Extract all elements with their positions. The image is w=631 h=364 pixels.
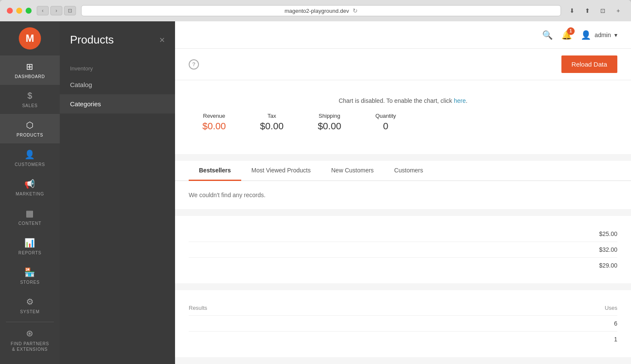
tab-most-viewed[interactable]: Most Viewed Products [241, 161, 321, 181]
logo-area: M [0, 21, 60, 55]
forward-button[interactable]: › [50, 6, 62, 15]
stat-quantity: Quantity 0 [375, 113, 396, 132]
orders-section: $25.00 $32.00 $29.00 [175, 216, 631, 283]
system-label: SYSTEM [20, 309, 40, 314]
browser-actions: ⬇ ⬆ ⊡ + [566, 6, 624, 15]
partners-label: FIND PARTNERS& EXTENSIONS [11, 341, 49, 352]
quantity-label: Quantity [375, 113, 396, 119]
inventory-section-label: Inventory [60, 58, 175, 75]
uses-cell: 6 [443, 316, 617, 332]
table-row: $25.00 [189, 226, 617, 242]
logo-symbol: M [26, 32, 34, 44]
customers-icon: 👤 [24, 149, 35, 160]
revenue-label: Revenue [202, 113, 226, 119]
tabs-section: Bestsellers Most Viewed Products New Cus… [175, 161, 631, 209]
table-row: Results Uses [189, 300, 617, 316]
search-table: Results Uses 6 1 [189, 300, 617, 347]
traffic-light-yellow[interactable] [16, 8, 22, 14]
products-panel-title: Products [70, 33, 114, 47]
tabs-header: Bestsellers Most Viewed Products New Cus… [175, 161, 631, 181]
products-icon: ⬡ [26, 120, 34, 130]
uses-header: Uses [443, 300, 617, 316]
sidebar-item-marketing[interactable]: 📢 MARKETING [0, 173, 60, 202]
new-tab-button[interactable]: + [612, 6, 624, 15]
content-label: CONTENT [18, 221, 41, 226]
chart-disabled-section: Chart is disabled. To enable the chart, … [175, 80, 631, 154]
results-cell [189, 316, 443, 332]
reload-data-button[interactable]: Reload Data [561, 55, 617, 73]
download-button[interactable]: ⬇ [566, 6, 578, 15]
browser-titlebar: ‹ › ⊡ magento2-playground.dev ↻ ⬇ ⬆ ⊡ + [0, 0, 631, 21]
search-button[interactable]: 🔍 [542, 30, 553, 40]
sidebar-item-products[interactable]: ⬡ PRODUCTS [0, 114, 60, 143]
tax-label: Tax [260, 113, 283, 119]
sidebar-item-system[interactable]: ⚙ SYSTEM [0, 291, 60, 320]
user-icon: 👤 [581, 30, 591, 40]
traffic-light-red[interactable] [7, 8, 13, 14]
marketing-icon: 📢 [24, 179, 35, 189]
magento-logo[interactable]: M [19, 27, 41, 50]
nav-divider [6, 322, 54, 322]
tab-bestsellers[interactable]: Bestsellers [189, 161, 241, 181]
user-menu[interactable]: 👤 admin ▾ [581, 30, 617, 40]
chart-enable-link[interactable]: here [454, 97, 466, 104]
shipping-label: Shipping [318, 113, 341, 119]
table-row: 6 [189, 316, 617, 332]
stats-row: Revenue $0.00 Tax $0.00 Shipping $0.00 Q… [189, 104, 617, 146]
marketing-label: MARKETING [16, 192, 44, 196]
reports-icon: 📊 [24, 238, 35, 248]
total-cell: $29.00 [189, 258, 617, 274]
sidebar-item-content[interactable]: ▦ CONTENT [0, 202, 60, 232]
uses-cell: 1 [443, 332, 617, 347]
sidebar-item-dashboard[interactable]: ⊞ DASHBOARD [0, 55, 60, 85]
nav-buttons: ‹ › ⊡ [37, 6, 76, 15]
results-header: Results [189, 300, 443, 316]
categories-menu-item[interactable]: Categories [60, 94, 175, 114]
help-icon[interactable]: ? [189, 59, 199, 70]
browser-chrome: ‹ › ⊡ magento2-playground.dev ↻ ⬇ ⬆ ⊡ + [0, 0, 631, 21]
search-section: Results Uses 6 1 [175, 290, 631, 357]
main-content: 🔍 🔔 1 👤 admin ▾ ? Reload Data [175, 21, 631, 364]
tab-customers[interactable]: Customers [384, 161, 433, 181]
chart-disabled-text: Chart is disabled. To enable the chart, … [189, 97, 617, 104]
total-cell: $25.00 [189, 226, 617, 242]
tabs-content: We couldn't find any records. [175, 181, 631, 209]
stat-revenue: Revenue $0.00 [202, 113, 226, 132]
window-button[interactable]: ⊡ [64, 6, 76, 15]
tab-new-customers[interactable]: New Customers [321, 161, 384, 181]
dashboard-icon: ⊞ [26, 61, 34, 72]
user-dropdown-icon: ▾ [614, 32, 617, 38]
reports-label: REPORTS [18, 250, 41, 255]
back-button[interactable]: ‹ [37, 6, 49, 15]
content-icon: ▦ [26, 208, 34, 218]
dashboard-label: DASHBOARD [15, 74, 45, 79]
address-text: magento2-playground.dev [284, 8, 349, 14]
dashboard-area: ? Reload Data Chart is disabled. To enab… [175, 49, 631, 364]
sidebar-item-sales[interactable]: $ SALES [0, 85, 60, 114]
revenue-value: $0.00 [202, 121, 226, 132]
notification-button[interactable]: 🔔 1 [561, 30, 572, 40]
catalog-menu-item[interactable]: Catalog [60, 75, 175, 94]
sidebar-item-partners[interactable]: ⊛ FIND PARTNERS& EXTENSIONS [0, 324, 60, 356]
system-icon: ⚙ [26, 297, 34, 307]
stat-tax: Tax $0.00 [260, 113, 283, 132]
tax-value: $0.00 [260, 121, 283, 132]
orders-table: $25.00 $32.00 $29.00 [189, 226, 617, 273]
sidebar-item-reports[interactable]: 📊 REPORTS [0, 232, 60, 261]
products-panel: Products × Inventory Catalog Categories [60, 21, 175, 364]
sidebar-item-customers[interactable]: 👤 CUSTOMERS [0, 143, 60, 173]
stat-shipping: Shipping $0.00 [318, 113, 341, 132]
stores-icon: 🏪 [24, 267, 35, 277]
total-cell: $32.00 [189, 242, 617, 258]
app-container: M ⊞ DASHBOARD $ SALES ⬡ PRODUCTS 👤 CUSTO… [0, 21, 631, 364]
address-bar[interactable]: magento2-playground.dev ↻ [81, 5, 561, 16]
table-row: $32.00 [189, 242, 617, 258]
sidebar-item-stores[interactable]: 🏪 STORES [0, 261, 60, 291]
notification-badge: 1 [567, 27, 575, 35]
reload-icon[interactable]: ↻ [353, 7, 358, 14]
top-header: 🔍 🔔 1 👤 admin ▾ [175, 21, 631, 49]
traffic-light-green[interactable] [26, 8, 32, 14]
products-panel-close[interactable]: × [159, 35, 165, 46]
share-button[interactable]: ⬆ [581, 6, 593, 15]
zoom-button[interactable]: ⊡ [597, 6, 609, 15]
